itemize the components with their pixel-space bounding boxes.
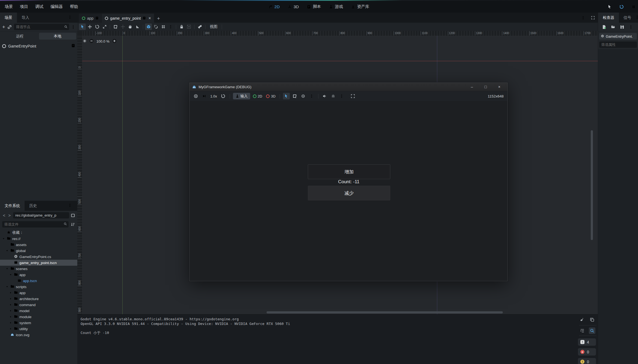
file-tree-item-app[interactable]: app — [0, 272, 77, 278]
inspector-menu-icon[interactable] — [629, 25, 633, 29]
file-tree-item-global[interactable]: global — [0, 248, 77, 254]
debug-overlay-icon[interactable] — [330, 93, 337, 99]
load-resource-icon[interactable] — [611, 25, 615, 29]
collapse-duplicates-icon[interactable] — [579, 327, 586, 334]
mode-2d-button[interactable]: 2D — [253, 94, 262, 98]
tab-filesystem[interactable]: 文件系统 — [0, 201, 25, 211]
path-input[interactable] — [13, 212, 69, 218]
tab-signals[interactable]: 信号 — [619, 13, 636, 23]
zoom-in-icon[interactable] — [112, 39, 117, 44]
menubar-item[interactable]: 编辑器 — [47, 4, 66, 9]
file-tree-item-game_entry_point.tscn[interactable]: game_entry_point.tscn — [0, 260, 77, 266]
scene-tab-game_entry_point[interactable]: game_entry_point × — [102, 14, 154, 23]
scale-tool-icon[interactable] — [101, 23, 108, 30]
file-tree-item-system[interactable]: system — [0, 320, 77, 326]
tab-history[interactable]: 历史 — [25, 201, 42, 211]
scene-root-node-row[interactable]: GameEntryPoint — [0, 43, 77, 49]
game-window-titlebar[interactable]: MyGFrameworkGame (DEBUG) – □ × — [190, 83, 507, 91]
filesystem-menu-icon[interactable] — [68, 203, 72, 207]
speed-selector[interactable]: 1.0x — [210, 94, 217, 98]
close-tab-icon[interactable]: × — [148, 16, 151, 21]
file-tree-item-fav[interactable]: 收藏： — [0, 230, 77, 236]
filter-nodes-input[interactable] — [14, 24, 69, 30]
file-tree-item-scripts[interactable]: scripts — [0, 284, 77, 290]
menubar-item[interactable]: 调试 — [32, 4, 47, 9]
chevron-down-icon[interactable] — [9, 273, 14, 276]
file-tree-item-assets[interactable]: assets — [0, 242, 77, 248]
next-frame-icon[interactable] — [201, 93, 208, 99]
zoom-level[interactable]: 100.0 % — [96, 39, 110, 43]
chevron-right-icon[interactable] — [9, 291, 14, 294]
skeleton-options-icon[interactable] — [196, 23, 203, 30]
list-select-tool-icon[interactable] — [112, 23, 119, 30]
audio-mute-icon[interactable] — [321, 93, 328, 99]
embed-fullscreen-icon[interactable] — [350, 93, 356, 99]
file-tree-item-GameEntryPoint.cs[interactable]: GameEntryPoint.cs — [0, 254, 77, 260]
file-tree-item-module[interactable]: module — [0, 314, 77, 320]
back-icon[interactable]: < — [2, 213, 6, 218]
canvas-viewport[interactable]: -100010020030040050060070080090010001100… — [77, 31, 598, 315]
viewport-hscrollbar[interactable] — [267, 311, 503, 313]
dock-tab-overflow-icon[interactable] — [635, 15, 638, 19]
suspend-icon[interactable] — [192, 93, 199, 99]
remote-button[interactable]: 远程 — [1, 33, 39, 40]
instance-scene-icon[interactable] — [7, 25, 12, 29]
filter-properties-input[interactable] — [599, 42, 637, 48]
file-tree-item-scenes[interactable]: scenes — [0, 266, 77, 272]
close-button[interactable]: × — [494, 85, 505, 89]
chevron-right-icon[interactable] — [9, 321, 14, 324]
file-tree-item-res[interactable]: res:// — [0, 236, 77, 242]
file-tree-item-utility[interactable]: utility — [0, 326, 77, 332]
decrease-button[interactable]: 减少 — [308, 186, 390, 200]
viewport-vscrollbar[interactable] — [591, 130, 593, 240]
message-count-badge[interactable]: ! 4 — [578, 338, 596, 346]
chevron-right-icon[interactable] — [9, 309, 14, 312]
workspace-游戏[interactable]: 游戏 — [329, 4, 343, 9]
scene-dock-menu-icon[interactable] — [68, 15, 72, 19]
file-tree-item-command[interactable]: command — [0, 302, 77, 308]
local-button[interactable]: 本地 — [39, 33, 76, 40]
pan-tool-icon[interactable] — [127, 23, 134, 30]
workspace-脚本[interactable]: 脚本 — [307, 4, 321, 9]
reset-speed-icon[interactable] — [220, 93, 227, 99]
workspace-3D[interactable]: 3D — [288, 4, 299, 9]
tab-inspector[interactable]: 检查器 — [598, 13, 619, 23]
warning-count-badge[interactable]: ! 0 — [578, 358, 596, 364]
group-node-icon[interactable] — [185, 23, 192, 30]
file-tree-item-architecture[interactable]: architecture — [0, 296, 77, 302]
forward-icon[interactable]: > — [8, 213, 11, 218]
new-scene-tab-icon[interactable]: + — [154, 16, 163, 22]
filter-files-input[interactable] — [2, 221, 69, 227]
search-output-icon[interactable] — [589, 327, 595, 334]
file-tree-item-model[interactable]: model — [0, 308, 77, 314]
save-resource-icon[interactable] — [620, 25, 624, 29]
chevron-right-icon[interactable] — [9, 303, 14, 306]
rotate-tool-icon[interactable] — [94, 23, 101, 30]
view-menu[interactable]: 视图 — [207, 24, 220, 29]
mode-3d-button[interactable]: 3D — [266, 94, 276, 98]
chevron-down-icon[interactable] — [2, 237, 7, 240]
sort-files-icon[interactable] — [71, 222, 75, 226]
move-tool-icon[interactable] — [86, 23, 93, 30]
center-view-icon[interactable] — [83, 39, 87, 44]
new-resource-icon[interactable] — [602, 25, 606, 29]
input-mode-button[interactable]: 输入 — [233, 93, 250, 99]
ruler-tool-icon[interactable] — [134, 23, 141, 30]
snap-options-icon[interactable] — [167, 23, 174, 30]
workspace-资产库[interactable]: 资产库 — [351, 4, 369, 9]
tab-scene[interactable]: 场景 — [0, 13, 17, 23]
move-pivot-tool-icon[interactable] — [119, 23, 126, 30]
increase-button[interactable]: 增加 — [308, 164, 390, 179]
game-list-select-icon[interactable] — [291, 93, 298, 99]
menubar-item[interactable]: 帮助 — [66, 4, 82, 9]
game-options-menu-icon[interactable] — [338, 93, 345, 99]
clear-output-icon[interactable] — [579, 316, 586, 323]
attached-script-icon[interactable] — [71, 44, 75, 48]
menubar-item[interactable]: 场景 — [1, 4, 16, 9]
pause-game-icon[interactable] — [630, 4, 637, 10]
lock-node-icon[interactable] — [178, 23, 185, 30]
chevron-down-icon[interactable] — [6, 249, 10, 252]
edited-node-chip[interactable]: GameEntryPoint. — [599, 33, 637, 40]
select-tool-icon[interactable] — [79, 23, 86, 30]
scene-tree-menu-icon[interactable] — [71, 25, 75, 29]
